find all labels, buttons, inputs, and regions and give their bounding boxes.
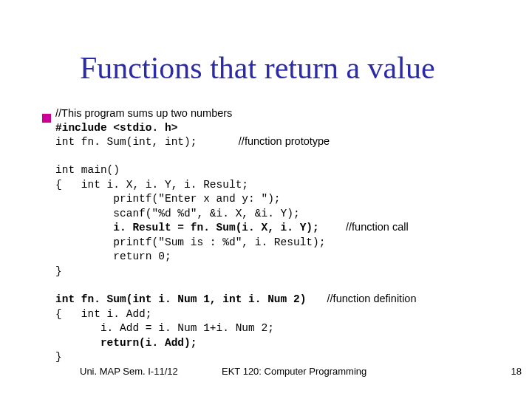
comment-program: //This program sums up two numbers: [55, 107, 232, 119]
footer-left: Uni. MAP Sem. I-11/12: [80, 366, 178, 377]
fn-def-comment: //function definition: [327, 293, 417, 304]
fn-def-decl: { int i. Add;: [55, 308, 152, 320]
slide-title: Functions that return a value: [80, 50, 517, 86]
prototype-code: int fn. Sum(int, int);: [55, 136, 197, 148]
scanf-line: scanf("%d %d", &i. X, &i. Y);: [55, 208, 300, 219]
printf-sum: printf("Sum is : %d", i. Result);: [55, 236, 325, 248]
footer-center: EKT 120: Computer Programming: [222, 366, 366, 377]
call-code: i. Result = fn. Sum(i. X, i. Y);: [55, 222, 319, 233]
main-close: }: [55, 265, 62, 277]
include-directive: #include <stdio. h>: [55, 122, 177, 134]
prototype-comment: //function prototype: [239, 135, 330, 147]
call-comment: //function call: [346, 221, 409, 233]
page-number: 18: [511, 366, 522, 377]
main-decl: { int i. X, i. Y, i. Result;: [55, 179, 248, 191]
fn-def-sig: int fn. Sum(int i. Num 1, int i. Num 2): [55, 293, 306, 305]
slide: Functions that return a value //This pro…: [0, 0, 532, 399]
code-block: //This program sums up two numbers #incl…: [55, 106, 499, 364]
bullet-marker: [42, 114, 51, 123]
fn-def-assign: i. Add = i. Num 1+i. Num 2;: [55, 322, 274, 334]
printf-enter: printf("Enter x and y: ");: [55, 193, 281, 205]
fn-def-return: return(i. Add);: [55, 337, 197, 349]
fn-def-close: }: [55, 351, 62, 363]
main-open: int main(): [55, 164, 120, 176]
return-zero: return 0;: [55, 250, 171, 262]
